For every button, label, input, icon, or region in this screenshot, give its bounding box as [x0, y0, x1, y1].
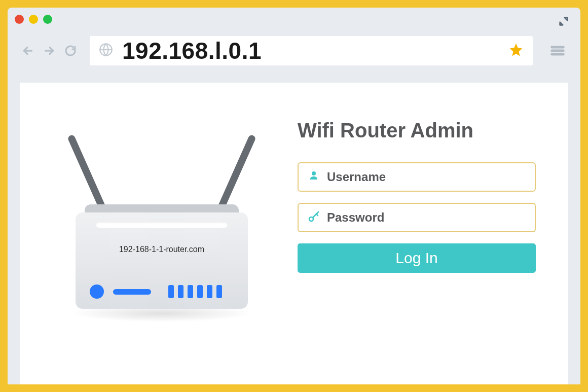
- port-light-icon: [207, 285, 212, 298]
- forward-button[interactable]: [41, 43, 57, 59]
- content-area: 192-168-1-1-router.com: [8, 70, 580, 384]
- port-lights: [168, 285, 222, 298]
- key-icon: [308, 210, 320, 225]
- port-light-icon: [178, 285, 183, 298]
- page-title: Wifi Router Admin: [298, 119, 536, 142]
- password-field-wrapper: [298, 203, 536, 232]
- back-button[interactable]: [20, 43, 36, 59]
- port-light-icon: [168, 285, 174, 298]
- port-light-icon: [197, 285, 203, 298]
- menu-button[interactable]: [547, 40, 568, 61]
- login-form: Wifi Router Admin Log In: [298, 116, 536, 273]
- globe-icon: [99, 43, 113, 59]
- power-light-icon: [90, 284, 104, 299]
- router-label: 192-168-1-1-router.com: [76, 245, 248, 254]
- bookmark-star-icon[interactable]: [508, 42, 524, 59]
- reload-button[interactable]: [62, 43, 79, 59]
- router-slot: [96, 222, 228, 228]
- status-bar-light-icon: [113, 289, 151, 295]
- window-controls: [15, 15, 52, 24]
- svg-point-4: [312, 171, 316, 175]
- login-button[interactable]: Log In: [298, 243, 536, 273]
- user-icon: [308, 170, 320, 184]
- close-window-button[interactable]: [15, 15, 24, 24]
- browser-window: 192.168.l.0.1 192-168-1-1-router.com: [8, 8, 580, 384]
- browser-tab[interactable]: [66, 8, 254, 31]
- tab-bar: [8, 8, 580, 31]
- maximize-window-button[interactable]: [43, 15, 52, 24]
- fullscreen-icon[interactable]: [558, 16, 569, 29]
- password-input[interactable]: [327, 210, 526, 225]
- minimize-window-button[interactable]: [29, 15, 38, 24]
- username-field-wrapper: [298, 162, 536, 192]
- router-illustration: 192-168-1-1-router.com: [50, 116, 273, 329]
- username-input[interactable]: [327, 170, 526, 184]
- browser-toolbar: 192.168.l.0.1: [8, 31, 580, 70]
- port-light-icon: [216, 285, 222, 298]
- router-lights: [90, 284, 234, 299]
- url-text: 192.168.l.0.1: [122, 37, 508, 64]
- address-bar[interactable]: 192.168.l.0.1: [90, 36, 533, 65]
- router-admin-page: 192-168-1-1-router.com: [20, 83, 568, 384]
- router-body: 192-168-1-1-router.com: [76, 212, 248, 309]
- port-light-icon: [188, 285, 193, 298]
